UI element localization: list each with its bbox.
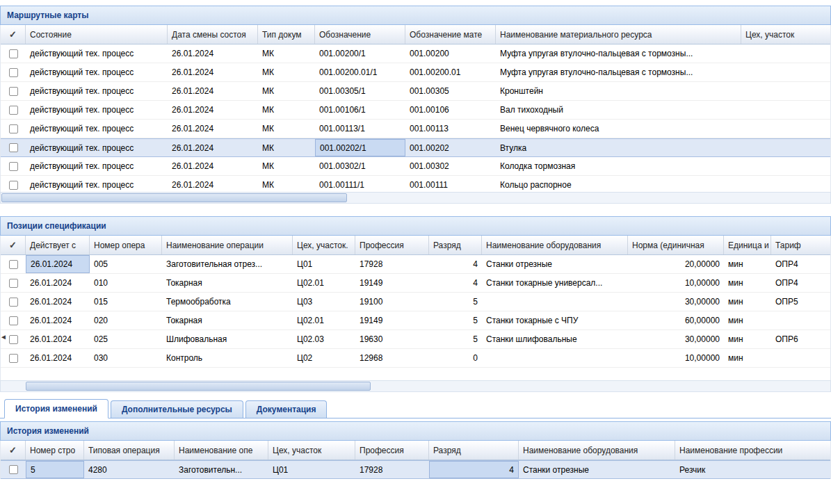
column-header[interactable]: Профессия — [355, 441, 429, 460]
table-cell[interactable]: 17928 — [355, 461, 429, 478]
table-row[interactable]: 54280Заготовительн...Ц01179284Станки отр… — [1, 460, 830, 479]
column-header[interactable]: Норма (единичная — [628, 236, 724, 254]
column-header[interactable]: Цех, участок — [741, 25, 831, 44]
table-cell[interactable]: 26.01.2024 — [168, 176, 258, 192]
column-header[interactable]: Наименование оборудования — [482, 236, 628, 254]
table-cell[interactable]: мин — [724, 349, 771, 367]
table-cell[interactable]: 5 — [26, 461, 84, 478]
table-cell[interactable]: 001.00106/1 — [315, 101, 405, 119]
column-header[interactable]: Типовая операция — [84, 441, 175, 460]
table-cell[interactable] — [741, 44, 830, 63]
table-cell[interactable]: 26.01.2024 — [168, 63, 258, 81]
table-cell[interactable]: 001.00202/1 — [315, 139, 405, 156]
table-cell[interactable]: 4 — [429, 461, 519, 478]
column-header[interactable]: Действует с — [26, 236, 90, 254]
table-cell[interactable]: 4280 — [84, 461, 175, 478]
column-header[interactable]: Разряд — [429, 441, 519, 460]
table-cell[interactable]: Втулка — [496, 139, 741, 156]
table-cell[interactable]: 025 — [90, 330, 162, 348]
scrollbar-thumb[interactable] — [1, 193, 347, 202]
table-cell[interactable]: 5 — [429, 330, 482, 348]
table-cell[interactable]: 26.01.2024 — [168, 139, 258, 156]
table-cell[interactable]: действующий тех. процесс — [26, 101, 168, 119]
table-row[interactable]: действующий тех. процесс26.01.2024МК001.… — [1, 138, 830, 157]
table-cell[interactable]: 020 — [90, 311, 162, 330]
row-checkbox[interactable] — [1, 120, 26, 138]
table-cell[interactable] — [741, 63, 830, 81]
table-cell[interactable]: мин — [724, 293, 771, 311]
table-cell[interactable]: 001.00305/1 — [315, 82, 405, 100]
table-cell[interactable]: действующий тех. процесс — [26, 157, 168, 175]
row-checkbox[interactable] — [1, 311, 26, 330]
table-cell[interactable]: 19149 — [355, 311, 429, 330]
table-cell[interactable]: Ц02.01 — [293, 311, 355, 330]
table-row[interactable]: действующий тех. процесс26.01.2024МК001.… — [1, 63, 830, 82]
table-cell[interactable]: Муфта упругая втулочно-пальцевая с тормо… — [496, 63, 741, 81]
table-row[interactable]: 26.01.2024010ТокарнаяЦ02.01191494Станки … — [1, 274, 830, 293]
table-cell[interactable]: 4 — [429, 274, 482, 292]
table-cell[interactable] — [741, 101, 830, 119]
table-cell[interactable]: мин — [724, 311, 771, 330]
table-cell[interactable]: 30,00000 — [628, 330, 724, 348]
column-header[interactable]: Профессия — [355, 236, 429, 254]
table-cell[interactable]: Венец червячного колеса — [496, 120, 741, 138]
table-cell[interactable]: 26.01.2024 — [26, 311, 90, 330]
table-cell[interactable]: Станки отрезные — [482, 255, 628, 273]
table-cell[interactable]: Шлифовальная — [162, 330, 293, 348]
table-cell[interactable]: Токарная — [162, 274, 293, 292]
table-cell[interactable]: 26.01.2024 — [168, 120, 258, 138]
column-header[interactable]: Номер стро — [26, 441, 84, 460]
column-header[interactable]: Обозначение мате — [405, 25, 496, 44]
column-header[interactable]: Цех, участок. — [293, 236, 355, 254]
table-cell[interactable]: МК — [258, 101, 315, 119]
column-header[interactable]: Номер опера — [90, 236, 162, 254]
row-checkbox[interactable] — [1, 139, 26, 156]
table-cell[interactable]: Контроль — [162, 349, 293, 367]
table-cell[interactable]: Станки шлифовальные — [482, 330, 628, 348]
table-row[interactable]: действующий тех. процесс26.01.2024МК001.… — [1, 82, 830, 101]
table-cell[interactable]: 010 — [90, 274, 162, 292]
table-cell[interactable]: Токарная — [162, 311, 293, 330]
table-cell[interactable]: ОПР5 — [771, 293, 831, 311]
table-cell[interactable]: МК — [258, 63, 315, 81]
table-cell[interactable]: 26.01.2024 — [26, 255, 90, 273]
column-header[interactable]: Тип докум — [258, 25, 315, 44]
select-all-checkbox[interactable]: ✓ — [1, 236, 26, 254]
table-cell[interactable] — [771, 311, 831, 330]
column-header[interactable]: Разряд — [429, 236, 482, 254]
table-cell[interactable]: Станки токарные универсал... — [482, 274, 628, 292]
table-cell[interactable]: ОПР4 — [771, 274, 831, 292]
select-all-checkbox[interactable]: ✓ — [1, 25, 26, 44]
table-cell[interactable]: Муфта упругая втулочно-пальцевая с тормо… — [496, 44, 741, 63]
tab-history[interactable]: История изменений — [4, 399, 108, 418]
table-cell[interactable] — [482, 293, 628, 311]
table-cell[interactable]: 001.00200 — [405, 44, 496, 63]
table-cell[interactable]: Ц02.01 — [293, 274, 355, 292]
table-cell[interactable]: мин — [724, 255, 771, 273]
table-cell[interactable]: действующий тех. процесс — [26, 44, 168, 63]
table-cell[interactable]: 20,00000 — [628, 255, 724, 273]
table-cell[interactable]: действующий тех. процесс — [26, 82, 168, 100]
table-cell[interactable]: Колодка тормозная — [496, 157, 741, 175]
table-cell[interactable]: действующий тех. процесс — [26, 63, 168, 81]
row-checkbox[interactable] — [1, 461, 26, 478]
table-cell[interactable]: мин — [724, 274, 771, 292]
row-checkbox[interactable] — [1, 44, 26, 63]
table-cell[interactable]: 001.00200.01 — [405, 63, 496, 81]
table-cell[interactable]: 015 — [90, 293, 162, 311]
table-cell[interactable]: 001.00113 — [405, 120, 496, 138]
table-cell[interactable]: действующий тех. процесс — [26, 176, 168, 192]
tab-documentation[interactable]: Документация — [245, 400, 328, 418]
column-header[interactable]: Дата смены состоя — [168, 25, 258, 44]
table-cell[interactable]: 19100 — [355, 293, 429, 311]
row-checkbox[interactable] — [1, 349, 26, 367]
table-cell[interactable]: 26.01.2024 — [168, 157, 258, 175]
table-cell[interactable]: 001.00200.01/1 — [315, 63, 405, 81]
column-header[interactable]: Цех, участок — [268, 441, 355, 460]
table-cell[interactable] — [741, 82, 830, 100]
table-cell[interactable]: 26.01.2024 — [168, 44, 258, 63]
table-cell[interactable]: 001.00302/1 — [315, 157, 405, 175]
table-cell[interactable]: 30,00000 — [628, 293, 724, 311]
table-row[interactable]: 26.01.2024020ТокарнаяЦ02.01191495Станки … — [1, 311, 830, 330]
row-checkbox[interactable] — [1, 157, 26, 175]
